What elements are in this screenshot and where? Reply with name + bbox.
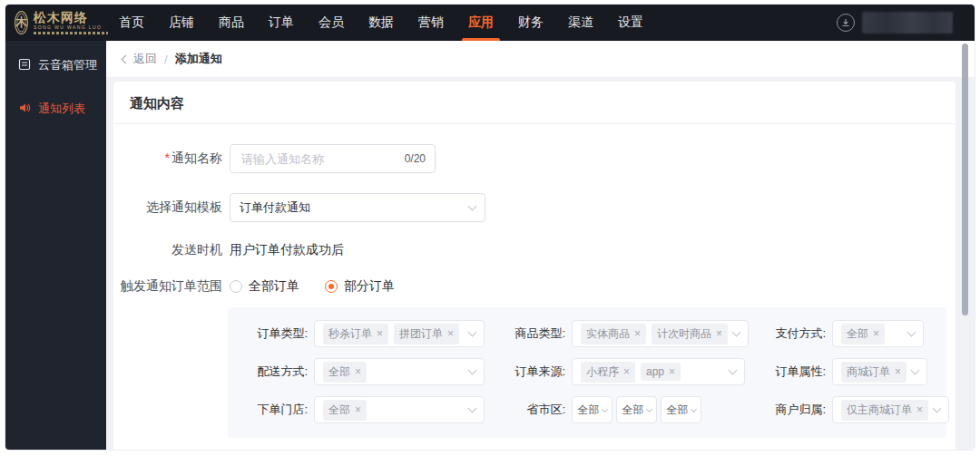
back-label: 返回: [133, 51, 157, 67]
chevron-left-icon: [122, 55, 131, 64]
tag-remove-icon[interactable]: ×: [873, 328, 879, 339]
radio-icon: [325, 280, 338, 293]
field-label: 发送时机: [113, 242, 222, 258]
radio-icon: [230, 280, 242, 293]
vertical-scrollbar[interactable]: [962, 44, 968, 315]
goods-type-select[interactable]: 实体商品× 计次时商品×: [572, 320, 749, 347]
tag-remove-icon[interactable]: ×: [634, 328, 641, 339]
speaker-icon: [18, 102, 31, 117]
order-attribute-select[interactable]: 商城订单×: [832, 358, 927, 385]
back-link[interactable]: 返回: [122, 51, 157, 67]
filter-pay-method: 支付方式: 全部×: [769, 320, 924, 347]
main-area: 通知内容 *通知名称 0/20 选择通知模板: [106, 77, 975, 450]
chevron-down-icon: [468, 202, 477, 211]
chevron-down-icon: [732, 328, 741, 337]
pay-method-select[interactable]: 全部×: [832, 320, 924, 347]
radio-partial-orders[interactable]: 部分订单: [325, 278, 395, 295]
selected-tag: 拼团订单×: [394, 324, 459, 344]
breadcrumb-separator: /: [164, 53, 168, 66]
selected-tag: 秒杀订单×: [323, 324, 388, 344]
chevron-down-icon: [468, 328, 477, 337]
brand-subtitle: SONG WU WANG LUO: [34, 25, 108, 30]
tag-remove-icon[interactable]: ×: [355, 404, 361, 415]
filter-order-type: 订单类型: 秒杀订单× 拼团订单×: [251, 320, 485, 347]
delivery-method-select[interactable]: 全部×: [314, 358, 485, 385]
nav-item-goods[interactable]: 商品: [219, 5, 244, 41]
order-source-select[interactable]: 小程序× app×: [572, 358, 745, 385]
template-select-value: 订单付款通知: [240, 199, 469, 216]
template-select[interactable]: 订单付款通知: [230, 193, 485, 222]
filter-row-1: 订单类型: 秒杀订单× 拼团订单× 商品类型: 实体商品× 计次时商: [251, 320, 924, 347]
divider: [113, 123, 956, 124]
region-district-select[interactable]: 全部: [661, 396, 701, 423]
field-scope: 触发通知订单范围 全部订单 部分订单: [113, 278, 956, 295]
order-type-select[interactable]: 秒杀订单× 拼团订单×: [314, 320, 485, 347]
page-title: 添加通知: [175, 51, 222, 67]
chevron-down-icon: [468, 404, 477, 413]
filter-store: 下单门店: 全部×: [251, 396, 485, 423]
nav-item-finance[interactable]: 财务: [518, 5, 544, 41]
nav-item-data[interactable]: 数据: [368, 5, 394, 41]
brand-emblem-icon: 木: [15, 11, 28, 34]
notification-name-input-wrap: 0/20: [230, 144, 436, 173]
filter-delivery-method: 配送方式: 全部×: [251, 358, 485, 385]
tag-remove-icon[interactable]: ×: [716, 328, 722, 339]
nav-item-marketing[interactable]: 营销: [418, 5, 444, 41]
nav-item-apps[interactable]: 应用: [468, 5, 494, 41]
nav-item-members[interactable]: 会员: [318, 5, 344, 41]
filter-order-source: 订单来源: 小程序× app×: [509, 358, 745, 385]
sidebar-item-notification-list[interactable]: 通知列表: [5, 90, 106, 128]
tag-remove-icon[interactable]: ×: [377, 328, 383, 339]
tag-remove-icon[interactable]: ×: [669, 366, 675, 377]
order-filter-panel: 订单类型: 秒杀订单× 拼团订单× 商品类型: 实体商品× 计次时商: [228, 307, 946, 438]
region-city-select[interactable]: 全部: [616, 396, 657, 423]
nav-item-channels[interactable]: 渠道: [568, 5, 593, 41]
app-window: 木 松木网络 SONG WU WANG LUO 首页 店铺 商品 订单 会员 数…: [5, 5, 975, 450]
chevron-down-icon: [729, 366, 738, 375]
sidebar-item-cloud-speaker-manage[interactable]: 云音箱管理: [5, 46, 106, 84]
chevron-down-icon: [690, 405, 696, 412]
tag-remove-icon[interactable]: ×: [895, 366, 901, 377]
selected-tag: 全部×: [323, 400, 367, 421]
region-province-select[interactable]: 全部: [572, 396, 612, 423]
tag-remove-icon[interactable]: ×: [447, 328, 454, 339]
tag-remove-icon[interactable]: ×: [623, 366, 630, 377]
brand-logo: 木 松木网络 SONG WU WANG LUO: [5, 11, 106, 34]
field-label: 触发通知订单范围: [113, 278, 222, 295]
user-name-redacted[interactable]: [862, 12, 953, 34]
top-header: 木 松木网络 SONG WU WANG LUO 首页 店铺 商品 订单 会员 数…: [5, 5, 975, 41]
radio-all-orders[interactable]: 全部订单: [230, 278, 299, 295]
filter-row-2: 配送方式: 全部× 订单来源: 小程序× app×: [251, 358, 924, 385]
notification-name-input[interactable]: [240, 151, 399, 167]
chevron-down-icon: [468, 366, 477, 375]
send-time-value: 用户订单付款成功后: [230, 242, 344, 258]
chevron-down-icon: [645, 405, 652, 412]
chevron-down-icon: [601, 405, 607, 412]
field-notification-name: *通知名称 0/20: [113, 144, 956, 173]
section-title: 通知内容: [113, 82, 956, 123]
filter-merchant: 商户归属: 仅主商城订单×: [769, 396, 949, 423]
field-template: 选择通知模板 订单付款通知: [113, 193, 956, 222]
sidebar-item-label: 云音箱管理: [38, 57, 97, 73]
nav-item-home[interactable]: 首页: [119, 5, 144, 41]
selected-tag: 商城订单×: [841, 362, 906, 383]
selected-tag: 小程序×: [581, 362, 635, 383]
brand-tagline: [34, 32, 108, 34]
nav-item-settings[interactable]: 设置: [618, 5, 643, 41]
download-circle-icon[interactable]: [837, 14, 855, 32]
chevron-down-icon: [911, 366, 920, 375]
breadcrumb: 返回 / 添加通知: [106, 41, 975, 77]
field-label: 通知名称: [172, 150, 222, 165]
nav-item-shop[interactable]: 店铺: [169, 5, 194, 41]
selected-tag: 全部×: [841, 324, 885, 344]
merchant-select[interactable]: 仅主商城订单×: [832, 396, 949, 423]
filter-order-attribute: 订单属性: 商城订单×: [769, 358, 927, 385]
selected-tag: 全部×: [323, 362, 367, 383]
tag-remove-icon[interactable]: ×: [355, 366, 361, 377]
tag-remove-icon[interactable]: ×: [916, 404, 923, 415]
nav-item-orders[interactable]: 订单: [269, 5, 294, 41]
notification-form-card: 通知内容 *通知名称 0/20 选择通知模板: [113, 82, 956, 450]
store-select[interactable]: 全部×: [314, 396, 485, 423]
sidebar: 云音箱管理 通知列表: [5, 41, 106, 450]
required-asterisk: *: [165, 150, 170, 165]
